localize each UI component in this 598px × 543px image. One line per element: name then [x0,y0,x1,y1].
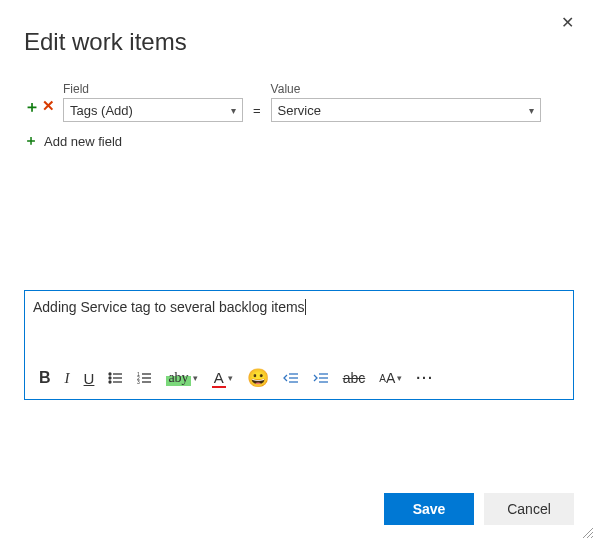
font-color-button[interactable]: A ▾ [212,369,233,388]
plus-icon: ＋ [24,132,38,150]
field-select-value: Tags (Add) [70,103,133,118]
cancel-button[interactable]: Cancel [484,493,574,525]
add-row-icon[interactable]: ＋ [24,97,40,118]
svg-text:3: 3 [137,379,140,385]
field-row: ＋ ✕ Field Tags (Add) ▾ = Value Service ▾ [24,82,574,122]
italic-button[interactable]: I [65,370,70,387]
chevron-down-icon: ▾ [529,105,534,116]
svg-point-0 [109,373,111,375]
field-select[interactable]: Tags (Add) ▾ [63,98,243,122]
save-button[interactable]: Save [384,493,474,525]
bold-button[interactable]: B [39,369,51,387]
chevron-down-icon: ▾ [193,373,198,383]
field-label: Field [63,82,243,96]
outdent-button[interactable] [283,371,299,385]
resize-grip-icon[interactable] [580,525,594,539]
bullet-list-button[interactable] [108,371,123,385]
svg-line-20 [591,536,593,538]
editor-toolbar: B I U 123 aby ▾ A ▾ 😀 ab [25,361,573,399]
emoji-button[interactable]: 😀 [247,367,269,389]
strikethrough-button[interactable]: abc [343,370,366,386]
add-new-field-button[interactable]: ＋ Add new field [24,132,574,150]
underline-button[interactable]: U [84,370,95,387]
chevron-down-icon: ▾ [397,373,402,383]
value-select[interactable]: Service ▾ [271,98,541,122]
font-size-button[interactable]: AA ▾ [379,370,402,386]
more-button[interactable]: ··· [416,370,434,386]
highlight-button[interactable]: aby ▾ [166,370,197,386]
dialog-footer: Save Cancel [384,493,574,525]
svg-point-2 [109,377,111,379]
editor-content[interactable]: Adding Service tag to several backlog it… [25,291,573,361]
equals-sign: = [251,103,263,122]
remove-row-icon[interactable]: ✕ [42,97,55,118]
indent-button[interactable] [313,371,329,385]
chevron-down-icon: ▾ [228,373,233,383]
chevron-down-icon: ▾ [231,105,236,116]
dialog-title: Edit work items [24,28,574,56]
rich-text-editor[interactable]: Adding Service tag to several backlog it… [24,290,574,400]
value-select-value: Service [278,103,321,118]
value-label: Value [271,82,541,96]
number-list-button[interactable]: 123 [137,371,152,385]
row-actions: ＋ ✕ [24,97,55,122]
add-new-field-label: Add new field [44,134,122,149]
svg-point-4 [109,381,111,383]
close-icon[interactable]: ✕ [555,12,580,33]
